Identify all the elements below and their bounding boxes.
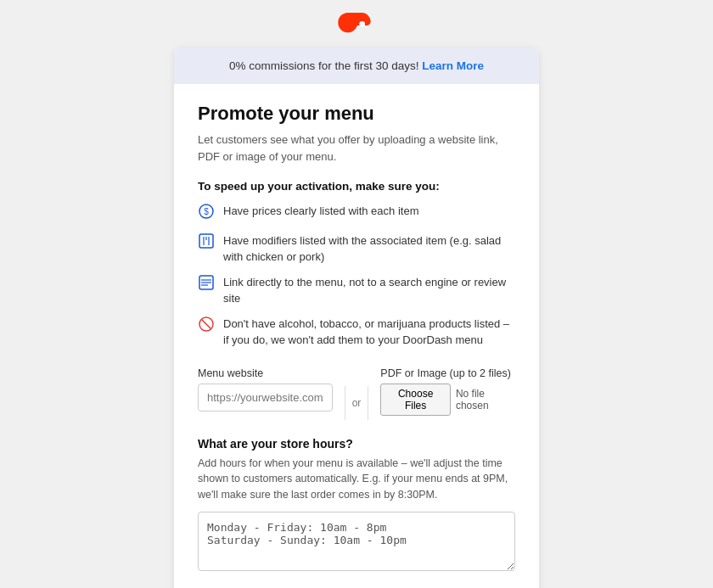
- svg-point-0: [359, 21, 365, 27]
- pdf-upload-label: PDF or Image (up to 2 files): [380, 367, 515, 379]
- checklist-text-2: Have modifiers listed with the associate…: [223, 232, 515, 266]
- checklist-item-3: Link directly to the menu, not to a sear…: [198, 274, 515, 307]
- file-upload-col: PDF or Image (up to 2 files) Choose File…: [380, 367, 515, 416]
- checklist-text-4: Don't have alcohol, tobacco, or marijuan…: [223, 316, 515, 349]
- page-subtitle: Let customers see what you offer by uplo…: [198, 132, 515, 165]
- checklist-item-1: $ Have prices clearly listed with each i…: [198, 203, 515, 224]
- checklist-heading: To speed up your activation, make sure y…: [198, 180, 515, 193]
- dollar-icon: $: [198, 204, 215, 224]
- checklist-text-3: Link directly to the menu, not to a sear…: [223, 274, 515, 307]
- menu-website-col: Menu website: [198, 367, 333, 412]
- store-hours-desc: Add hours for when your menu is availabl…: [198, 456, 515, 503]
- file-input-row: Choose Files No file chosen: [380, 384, 515, 416]
- store-hours-heading: What are your store hours?: [198, 437, 515, 451]
- menu-input-row: Menu website or PDF or Image (up to 2 fi…: [198, 367, 515, 420]
- promo-text: 0% commissions for the first 30 days!: [229, 59, 419, 72]
- logo: [335, 8, 378, 37]
- svg-rect-3: [199, 234, 213, 248]
- utensils-icon: [198, 233, 215, 254]
- main-card: 0% commissions for the first 30 days! Le…: [174, 48, 539, 588]
- no-alcohol-icon: [198, 316, 215, 337]
- divider-right: [368, 386, 368, 420]
- learn-more-link[interactable]: Learn More: [422, 59, 484, 72]
- divider-left: [345, 386, 345, 420]
- checklist-text-1: Have prices clearly listed with each ite…: [223, 203, 418, 220]
- page-title: Promote your menu: [198, 103, 515, 125]
- card-body: Promote your menu Let customers see what…: [174, 84, 539, 588]
- store-hours-textarea[interactable]: Monday - Friday: 10am - 8pm Saturday - S…: [198, 512, 515, 571]
- or-text: or: [352, 397, 362, 409]
- checklist-item-4: Don't have alcohol, tobacco, or marijuan…: [198, 316, 515, 349]
- svg-text:$: $: [204, 207, 209, 216]
- no-file-text: No file chosen: [456, 388, 515, 412]
- or-separator: or: [341, 367, 373, 420]
- menu-website-input[interactable]: [198, 384, 333, 412]
- link-icon: [198, 275, 215, 295]
- choose-files-button[interactable]: Choose Files: [380, 384, 451, 416]
- checklist: $ Have prices clearly listed with each i…: [198, 203, 515, 349]
- menu-website-label: Menu website: [198, 367, 333, 379]
- svg-line-12: [202, 319, 211, 328]
- promo-banner: 0% commissions for the first 30 days! Le…: [174, 48, 539, 84]
- checklist-item-2: Have modifiers listed with the associate…: [198, 232, 515, 266]
